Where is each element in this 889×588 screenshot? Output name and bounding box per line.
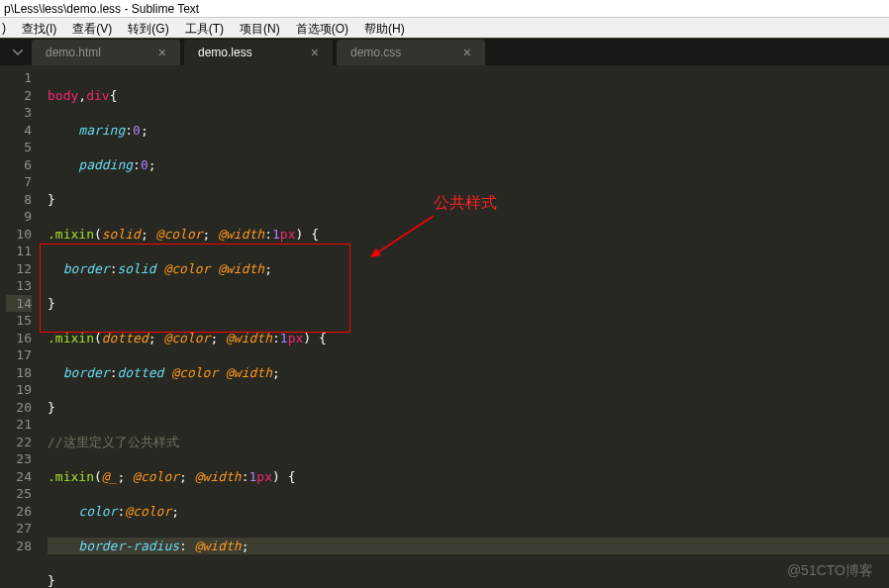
tab-label: demo.css	[350, 46, 401, 59]
line-number: 26	[6, 503, 32, 521]
token-selector: body	[48, 88, 78, 103]
menu-leading: )	[0, 20, 14, 36]
line-number: 11	[6, 243, 32, 260]
line-number: 6	[6, 156, 32, 174]
menu-find[interactable]: 查找(I)	[14, 20, 64, 36]
tab-label: demo.html	[46, 46, 101, 59]
line-number: 1	[6, 69, 32, 87]
menu-help[interactable]: 帮助(H)	[356, 20, 413, 36]
line-number: 21	[6, 416, 32, 434]
line-number: 18	[6, 364, 32, 382]
code-area[interactable]: body,div{ maring:0; padding:0; } .mixin(…	[44, 65, 889, 588]
close-icon[interactable]: ×	[311, 45, 319, 60]
line-number: 7	[6, 173, 32, 191]
line-number: 2	[6, 87, 32, 105]
line-number: 27	[6, 520, 32, 538]
line-number: 15	[6, 312, 32, 330]
menu-view[interactable]: 查看(V)	[64, 20, 120, 36]
line-number: 9	[6, 208, 32, 226]
menu-tools[interactable]: 工具(T)	[177, 20, 232, 36]
window-title: p\Less\less\demo.less - Sublime Text	[4, 2, 199, 16]
line-number: 5	[6, 139, 32, 156]
menu-preferences[interactable]: 首选项(O)	[288, 20, 356, 36]
window-title-bar: p\Less\less\demo.less - Sublime Text	[0, 0, 889, 18]
tab-label: demo.less	[198, 46, 252, 59]
line-number: 22	[6, 434, 32, 451]
menu-project[interactable]: 项目(N)	[232, 20, 288, 36]
annotation-box	[40, 244, 350, 333]
tab-dropdown-icon[interactable]	[10, 45, 26, 60]
line-number: 17	[6, 346, 32, 364]
close-icon[interactable]: ×	[463, 45, 471, 60]
line-number: 19	[6, 381, 32, 399]
menu-goto[interactable]: 转到(G)	[120, 20, 176, 36]
line-number: 3	[6, 104, 32, 122]
tab-demo-html[interactable]: demo.html ×	[32, 40, 180, 65]
line-number: 4	[6, 122, 32, 140]
line-number: 16	[6, 330, 32, 347]
line-number: 25	[6, 485, 32, 503]
menu-bar: ) 查找(I) 查看(V) 转到(G) 工具(T) 项目(N) 首选项(O) 帮…	[0, 18, 889, 38]
tab-demo-less[interactable]: demo.less ×	[184, 40, 333, 65]
close-icon[interactable]: ×	[158, 45, 166, 60]
line-number: 24	[6, 468, 32, 486]
line-number: 28	[6, 538, 32, 555]
line-number-gutter: 1234567891011121314151617181920212223242…	[0, 65, 44, 588]
line-number: 8	[6, 191, 32, 209]
line-number: 13	[6, 277, 32, 295]
line-number: 10	[6, 226, 32, 244]
tab-demo-css[interactable]: demo.css ×	[337, 40, 485, 65]
tab-bar: demo.html × demo.less × demo.css ×	[0, 38, 889, 65]
token-comment: //这里定义了公共样式	[48, 435, 179, 449]
line-number: 12	[6, 260, 32, 278]
line-number: 14	[6, 295, 32, 313]
editor-area[interactable]: 1234567891011121314151617181920212223242…	[0, 65, 889, 588]
line-number: 23	[6, 450, 32, 468]
line-number: 20	[6, 399, 32, 417]
